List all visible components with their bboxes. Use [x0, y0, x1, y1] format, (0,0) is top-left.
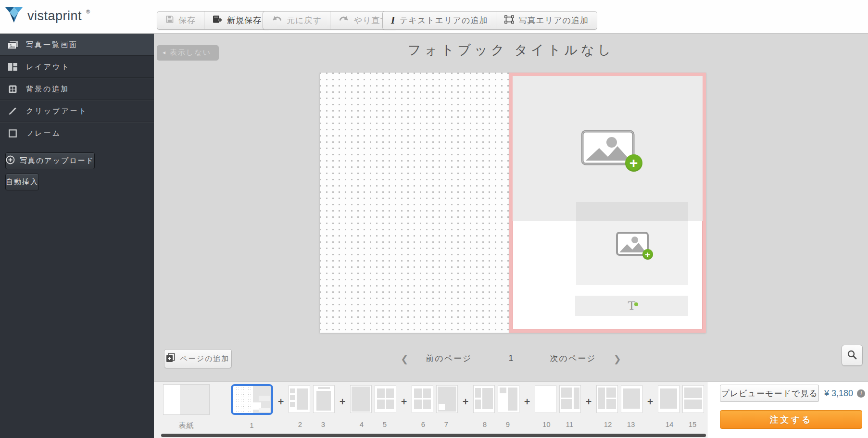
thumbnail-label: 5	[383, 420, 387, 428]
prev-page-button[interactable]: 前のページ	[426, 353, 472, 364]
thumbnail-label: 6	[421, 420, 425, 428]
thumbnail-spread-8-9[interactable]: 8 9	[473, 384, 519, 428]
thumbnail-label: 10	[542, 420, 551, 428]
undo-icon	[271, 15, 282, 26]
order-button[interactable]: 注文する	[720, 410, 862, 429]
upload-plus-icon	[6, 155, 15, 166]
price-area: ¥ 3,180 i	[824, 385, 865, 402]
sidebar-item-frame[interactable]: フレーム	[0, 122, 154, 144]
insert-page-icon[interactable]: +	[647, 397, 654, 406]
add-photo-badge[interactable]: +	[642, 249, 653, 260]
order-panel: プレビューモードで見る ¥ 3,180 i 注文する	[707, 382, 868, 438]
thumbnail-label: 7	[444, 420, 448, 428]
bottom-bar: 表紙 1 + 2 3	[154, 381, 868, 438]
next-page-arrow-icon[interactable]: ❯	[614, 353, 621, 364]
thumbnail-label: 4	[360, 420, 364, 428]
thumbnail-label: 3	[321, 420, 325, 428]
top-header: vistaprint ® 保存 新規保存 元に戻す	[0, 0, 868, 34]
thumbnail-label: 9	[506, 420, 510, 428]
thumbnail-strip: 表紙 1 + 2 3	[154, 382, 707, 438]
thumbnail-spread-12-13[interactable]: 12 13	[596, 384, 642, 428]
save-new-icon	[213, 15, 223, 26]
thumbnails-scrollbar[interactable]	[161, 434, 706, 437]
photo-list-icon	[7, 40, 18, 50]
save-icon	[165, 15, 174, 26]
current-page-number: 1	[508, 353, 513, 363]
thumbnail-label: 1	[250, 421, 254, 429]
thumbnail-label: 表紙	[179, 421, 194, 430]
thumbnail-spread-14-15[interactable]: 14 15	[658, 384, 704, 428]
add-photo-badge[interactable]: +	[625, 154, 642, 172]
thumbnail-spread-2-3[interactable]: 2 3	[289, 384, 335, 428]
photobook-title[interactable]: フォトブック タイトルなし	[154, 41, 868, 59]
upload-photos-button[interactable]: 写真のアップロード	[5, 152, 95, 169]
thumbnail-preview	[412, 385, 458, 414]
add-page-button[interactable]: ページの追加	[164, 349, 232, 368]
thumbnail-preview	[163, 384, 210, 415]
sidebar-item-layout[interactable]: レイアウト	[0, 56, 154, 78]
insert-page-icon[interactable]: +	[277, 397, 284, 406]
page-spread: + + T	[320, 73, 706, 333]
undo-button[interactable]: 元に戻す	[263, 12, 330, 29]
insert-page-icon[interactable]: +	[585, 397, 592, 406]
thumbnail-preview	[596, 385, 642, 414]
frame-icon	[7, 129, 18, 138]
editor-canvas: ◂ 表示しない フォトブック タイトルなし + +	[154, 34, 868, 381]
photo-placeholder-small[interactable]: +	[576, 202, 688, 285]
thumbnail-spread-4-5[interactable]: 4 5	[350, 384, 396, 428]
thumbnail-spread-6-7[interactable]: 6 7	[412, 384, 458, 428]
insert-page-icon[interactable]: +	[339, 397, 346, 406]
thumbnail-preview	[658, 385, 704, 414]
text-placeholder[interactable]: T	[575, 296, 688, 316]
undo-redo-group: 元に戻す やり直す	[263, 11, 398, 30]
sidebar-item-label: 背景の追加	[26, 85, 69, 94]
insert-page-icon[interactable]: +	[401, 397, 407, 406]
save-button[interactable]: 保存	[157, 12, 204, 29]
add-page-icon	[166, 353, 176, 364]
auto-insert-button[interactable]: 自動挿入	[5, 174, 39, 190]
sidebar: 写真一覧画面 レイアウト 背景の追加 クリップアート フレーム	[0, 34, 154, 438]
page-left-dotted[interactable]	[320, 73, 509, 333]
layout-icon	[7, 63, 18, 71]
thumbnail-label: 8	[483, 420, 487, 428]
preview-mode-button[interactable]: プレビューモードで見る	[720, 385, 819, 402]
thumbnail-label: 14	[666, 420, 674, 428]
magnifier-icon	[847, 350, 857, 362]
vistaprint-logo-icon	[5, 6, 23, 25]
redo-icon	[339, 15, 350, 26]
insert-page-icon[interactable]: +	[462, 397, 469, 406]
text-placeholder-icon: T	[628, 300, 636, 312]
photobook-editor: vistaprint ® 保存 新規保存 元に戻す	[0, 0, 868, 438]
price-info-icon[interactable]: i	[857, 389, 865, 398]
prev-page-arrow-icon[interactable]: ❮	[401, 353, 408, 364]
thumbnail-preview	[231, 384, 273, 415]
background-icon	[7, 85, 18, 93]
vistaprint-logo[interactable]: vistaprint ®	[5, 6, 90, 25]
thumbnail-label: 15	[689, 420, 697, 428]
text-add-dot-icon	[634, 302, 638, 306]
thumbnail-spread-10-11[interactable]: 10 11	[535, 384, 581, 428]
thumbnail-preview	[350, 385, 396, 414]
thumbnail-preview	[535, 385, 581, 414]
sidebar-item-clipart[interactable]: クリップアート	[0, 100, 154, 122]
thumbnail-preview	[289, 385, 335, 414]
add-photo-area-button[interactable]: 写真エリアの追加	[496, 12, 597, 29]
thumbnail-cover[interactable]: 表紙	[163, 384, 210, 430]
clipart-icon	[7, 107, 18, 115]
zoom-button[interactable]	[842, 345, 863, 366]
add-area-group: I テキストエリアの追加 写真エリアの追加	[382, 11, 597, 30]
add-text-area-button[interactable]: I テキストエリアの追加	[383, 12, 496, 29]
photo-placeholder-large[interactable]: +	[513, 76, 703, 221]
insert-page-icon[interactable]: +	[524, 397, 530, 406]
thumbnail-label: 2	[298, 420, 302, 428]
thumbnail-preview	[473, 385, 519, 414]
save-as-new-button[interactable]: 新規保存	[204, 12, 270, 29]
sidebar-item-photo-list[interactable]: 写真一覧画面	[0, 34, 154, 56]
next-page-button[interactable]: 次のページ	[550, 353, 596, 364]
page-right-selected[interactable]: + + T	[509, 73, 706, 333]
save-button-group: 保存 新規保存	[157, 11, 270, 30]
sidebar-item-background[interactable]: 背景の追加	[0, 78, 154, 100]
page-navigation: ❮ 前のページ 1 次のページ ❯	[401, 353, 621, 364]
sidebar-item-label: クリップアート	[26, 107, 88, 116]
thumbnail-page-1-selected[interactable]: 1	[231, 384, 273, 429]
